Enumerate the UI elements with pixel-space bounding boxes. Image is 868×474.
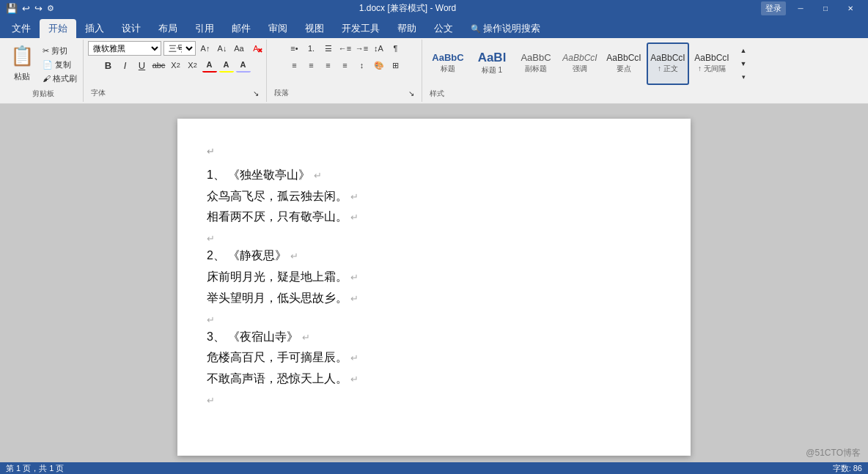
poem-3-title-line: 3、 《夜宿山寺》 ↵ <box>207 327 661 348</box>
decrease-indent-button[interactable]: ←≡ <box>338 41 353 56</box>
poem-2-title: 《静夜思》 <box>228 249 287 262</box>
quick-access-toolbar: 💾 ↩ ↪ ⚙ <box>6 3 54 14</box>
style-heading1[interactable]: AaBl 标题 1 <box>471 42 513 85</box>
font-increase-button[interactable]: A↑ <box>198 41 213 56</box>
tab-search[interactable]: 🔍 操作说明搜索 <box>462 19 549 38</box>
tab-view[interactable]: 视图 <box>296 19 333 38</box>
multilevel-button[interactable]: ☰ <box>321 41 336 56</box>
tab-layout[interactable]: 布局 <box>150 19 186 38</box>
word-count: 字数: 86 <box>833 463 862 474</box>
tab-review[interactable]: 审阅 <box>260 19 296 38</box>
show-marks-button[interactable]: ¶ <box>389 41 403 56</box>
tab-references[interactable]: 引用 <box>186 19 223 38</box>
pilcrow-3-1: ↵ <box>347 352 358 363</box>
font-decrease-button[interactable]: A↓ <box>215 41 229 56</box>
strikethrough-button[interactable]: abc <box>152 58 166 73</box>
status-bar: 第 1 页，共 1 页 字数: 86 <box>0 462 868 474</box>
tab-design[interactable]: 设计 <box>113 19 150 38</box>
redo-icon[interactable]: ↪ <box>34 3 43 14</box>
clear-format-button[interactable]: A✖ <box>249 41 263 56</box>
pilcrow-1-title: ↵ <box>314 170 322 181</box>
tab-help[interactable]: 帮助 <box>389 19 425 38</box>
styles-expand[interactable]: ▾ <box>738 71 749 83</box>
style-heading[interactable]: AaBbC 标题 <box>427 42 469 85</box>
style-keypoint[interactable]: AaBbCcI 要点 <box>603 42 645 85</box>
poem-2-number: 2、 <box>207 249 225 262</box>
undo-icon[interactable]: ↩ <box>22 3 30 14</box>
pilcrow-2-title: ↵ <box>290 251 298 262</box>
font-name-row: 微软雅黑 三号 初号 小初 一号 小一 二号 小二 三号 小三 四号 A↑ A↓… <box>88 41 263 56</box>
paste-button[interactable]: 📋 粘贴 <box>6 41 38 84</box>
pilcrow-2-2: ↵ <box>347 293 358 304</box>
font-expand-button[interactable]: ↘ <box>249 86 263 100</box>
poem-3-title: 《夜宿山寺》 <box>228 330 298 343</box>
style-normal[interactable]: AaBbCcI ↑ 正文 <box>647 42 689 85</box>
tab-file[interactable]: 文件 <box>3 19 40 38</box>
pilcrow-1-2: ↵ <box>347 212 358 223</box>
style-subtitle[interactable]: AaBbC 副标题 <box>515 42 557 85</box>
paragraph-top-row: ≡• 1. ☰ ←≡ →≡ ↕A ¶ <box>287 41 403 56</box>
style-emphasis[interactable]: AaBbCcI 强调 <box>559 42 601 85</box>
pilcrow-3-blank: ↵ <box>207 395 215 406</box>
tab-mailings[interactable]: 邮件 <box>223 19 260 38</box>
pilcrow-3-2: ↵ <box>347 374 358 385</box>
sort-button[interactable]: ↕A <box>372 41 386 56</box>
tab-pubdoc[interactable]: 公文 <box>425 19 462 38</box>
numbering-button[interactable]: 1. <box>304 41 319 56</box>
copy-button[interactable]: 📄 复制 <box>40 58 80 71</box>
poem-3-number: 3、 <box>207 330 225 343</box>
font-size-select[interactable]: 三号 初号 小初 一号 小一 二号 小二 三号 小三 四号 <box>163 41 196 56</box>
cursor-mark-1: ↵ <box>207 146 215 157</box>
copy-icon: 📄 <box>43 60 53 70</box>
save-icon[interactable]: 💾 <box>6 3 18 14</box>
minimize-button[interactable]: ─ <box>789 0 812 16</box>
styles-scroll-down[interactable]: ▼ <box>738 58 749 70</box>
tab-insert[interactable]: 插入 <box>76 19 113 38</box>
bold-button[interactable]: B <box>101 58 116 73</box>
justify-button[interactable]: ≡ <box>338 58 353 73</box>
style-nospace[interactable]: AaBbCcI ↑ 无间隔 <box>691 42 733 85</box>
document-area[interactable]: ↵ 1、 《独坐敬亭山》 ↵ 众鸟高飞尽，孤云独去闲。 ↵ 相看两不厌，只有敬亭… <box>0 104 868 462</box>
align-center-button[interactable]: ≡ <box>304 58 319 73</box>
bullets-button[interactable]: ≡• <box>287 41 302 56</box>
highlight-button[interactable]: A <box>219 58 234 73</box>
pilcrow-3-title: ↵ <box>302 332 310 343</box>
line-spacing-button[interactable]: ↕ <box>355 58 369 73</box>
poem-3-line-2: 不敢高声语，恐惊天上人。 ↵ <box>207 369 661 390</box>
paragraph-bottom-row: ≡ ≡ ≡ ≡ ↕ 🎨 ⊞ <box>287 58 403 73</box>
format-painter-button[interactable]: 🖌 格式刷 <box>40 72 80 85</box>
paragraph-group: ≡• 1. ☰ ←≡ →≡ ↕A ¶ ≡ ≡ ≡ ≡ ↕ 🎨 ⊞ 段落 ↘ <box>268 40 422 102</box>
superscript-button[interactable]: X2 <box>185 58 200 73</box>
pilcrow-2-1: ↵ <box>347 272 358 283</box>
font-color-button[interactable]: A <box>202 58 217 73</box>
styles-scroll-up[interactable]: ▲ <box>738 45 749 56</box>
shading-para-button[interactable]: 🎨 <box>372 58 386 73</box>
maximize-button[interactable]: □ <box>814 0 837 16</box>
poem-1-line-1: 众鸟高飞尽，孤云独去闲。 ↵ <box>207 186 661 207</box>
title-bar: 💾 ↩ ↪ ⚙ 1.docx [兼容模式] - Word 登录 ─ □ ✕ <box>0 0 868 16</box>
clipboard-group-label: 剪贴板 <box>29 87 57 100</box>
increase-indent-button[interactable]: →≡ <box>355 41 369 56</box>
window-controls: ─ □ ✕ <box>789 0 862 16</box>
close-button[interactable]: ✕ <box>839 0 862 16</box>
italic-button[interactable]: I <box>118 58 133 73</box>
shading-button[interactable]: A <box>236 58 251 73</box>
underline-button[interactable]: U <box>135 58 150 73</box>
subscript-button[interactable]: X2 <box>169 58 183 73</box>
document-page[interactable]: ↵ 1、 《独坐敬亭山》 ↵ 众鸟高飞尽，孤云独去闲。 ↵ 相看两不厌，只有敬亭… <box>177 119 691 456</box>
paragraph-expand-button[interactable]: ↘ <box>404 86 419 100</box>
pilcrow-1-blank: ↵ <box>207 233 215 244</box>
change-case-button[interactable]: Aa <box>232 41 246 56</box>
borders-button[interactable]: ⊞ <box>389 58 403 73</box>
font-name-select[interactable]: 微软雅黑 <box>88 41 161 56</box>
cut-button[interactable]: ✂ 剪切 <box>40 44 80 57</box>
customize-icon[interactable]: ⚙ <box>47 4 54 13</box>
tab-developer[interactable]: 开发工具 <box>333 19 389 38</box>
login-button[interactable]: 登录 <box>761 1 786 15</box>
poem-3-line-1: 危楼高百尺，手可摘星辰。 ↵ <box>207 347 661 369</box>
poem-2-line-1: 床前明月光，疑是地上霜。 ↵ <box>207 267 661 288</box>
align-left-button[interactable]: ≡ <box>287 58 302 73</box>
clipboard-group: 📋 粘贴 ✂ 剪切 📄 复制 🖌 格式刷 剪贴板 <box>3 40 84 102</box>
align-right-button[interactable]: ≡ <box>321 58 336 73</box>
tab-home[interactable]: 开始 <box>40 19 76 38</box>
